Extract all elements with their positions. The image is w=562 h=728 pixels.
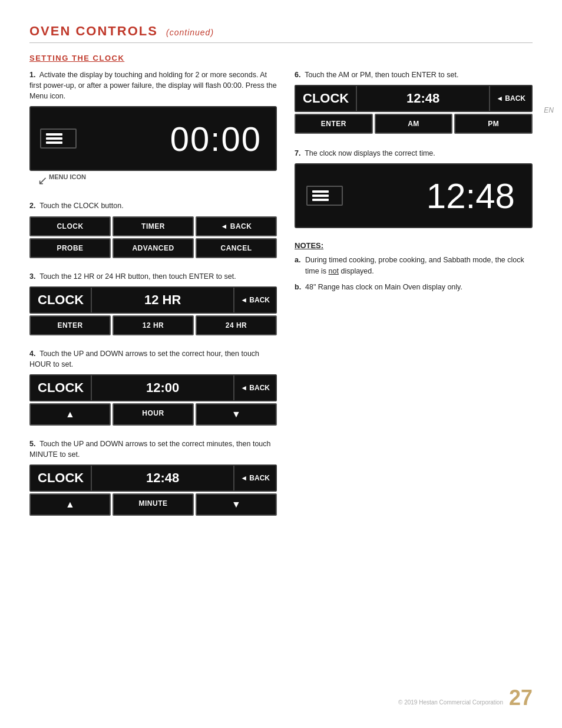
menu-icon-7 xyxy=(312,190,329,201)
step-2-text: 2. Touch the CLOCK button. xyxy=(29,200,277,211)
step2-buttons: CLOCK TIMER ◄ BACK PROBE ADVANCED CANCEL xyxy=(29,216,277,258)
step-4: 4. Touch the UP and DOWN arrows to set t… xyxy=(29,348,277,426)
step-3: 3. Touch the 12 HR or 24 HR button, then… xyxy=(29,271,277,335)
step6-clock-label: CLOCK xyxy=(296,86,357,111)
header-continued: (CONTINUED) xyxy=(166,28,214,37)
step1-time: 00:00 xyxy=(170,119,266,159)
step-1-text: 1. Activate the display by touching and … xyxy=(29,70,277,101)
page-number: 27 xyxy=(509,686,533,710)
left-column: 1. Activate the display by touching and … xyxy=(29,70,277,529)
menu-icon-box-7 xyxy=(306,186,343,206)
clock-btn[interactable]: CLOCK xyxy=(29,216,111,236)
step5-clock-value: 12:48 xyxy=(92,466,233,490)
step4-display: CLOCK 12:00 ◄ BACK xyxy=(29,374,277,401)
menu-line-3 xyxy=(46,141,62,144)
enter-btn-6[interactable]: ENTER xyxy=(295,114,373,134)
step4-clock-label: CLOCK xyxy=(31,375,92,400)
menu-line-7-2 xyxy=(312,195,329,197)
step1-display: 00:00 xyxy=(29,106,277,171)
down-arrow-5[interactable]: ▼ xyxy=(196,493,277,516)
step3-back[interactable]: ◄ BACK xyxy=(233,288,276,312)
step3-clock-value: 12 HR xyxy=(92,288,233,312)
step-1: 1. Activate the display by touching and … xyxy=(29,70,277,187)
arrow-symbol: ↙ xyxy=(38,173,48,187)
step5-row2: ▲ MINUTE ▼ xyxy=(29,493,277,516)
step7-display: 12:48 xyxy=(295,163,533,228)
step6-display: CLOCK 12:48 ◄ BACK xyxy=(295,85,533,112)
timer-btn[interactable]: TIMER xyxy=(113,216,194,236)
step4-clock-value: 12:00 xyxy=(92,375,233,400)
step3-display: CLOCK 12 HR ◄ BACK xyxy=(29,286,277,314)
content-columns: 1. Activate the display by touching and … xyxy=(29,70,533,529)
menu-line-1 xyxy=(46,133,62,136)
step5-back[interactable]: ◄ BACK xyxy=(233,466,276,490)
pm-btn[interactable]: PM xyxy=(454,114,533,134)
menu-line-7-1 xyxy=(312,190,329,193)
step-2: 2. Touch the CLOCK button. CLOCK TIMER ◄… xyxy=(29,200,277,258)
step6-back[interactable]: ◄ BACK xyxy=(489,86,531,111)
back-btn-2[interactable]: ◄ BACK xyxy=(196,216,277,236)
menu-icon xyxy=(46,133,62,144)
note-b: 48" Range has clock on Main Oven display… xyxy=(295,282,533,293)
step-5-text: 5. Touch the UP and DOWN arrows to set t… xyxy=(29,439,277,460)
en-label: EN xyxy=(544,106,554,114)
menu-line-2 xyxy=(46,137,62,140)
step-6: 6. Touch the AM or PM, then touch ENTER … xyxy=(295,70,533,134)
12hr-btn[interactable]: 12 HR xyxy=(113,315,194,335)
step3-row2: ENTER 12 HR 24 HR xyxy=(29,315,277,335)
up-arrow-4[interactable]: ▲ xyxy=(29,403,111,426)
step6-clock-value: 12:48 xyxy=(357,86,489,111)
step-5: 5. Touch the UP and DOWN arrows to set t… xyxy=(29,439,277,516)
probe-btn[interactable]: PROBE xyxy=(29,238,111,258)
step7-time: 12:48 xyxy=(427,176,521,216)
note-a: During timed cooking, probe cooking, and… xyxy=(295,255,533,277)
notes-title: NOTES: xyxy=(295,241,533,250)
step-4-text: 4. Touch the UP and DOWN arrows to set t… xyxy=(29,348,277,370)
advanced-btn[interactable]: ADVANCED xyxy=(113,238,194,258)
step-7-text: 7. The clock now displays the correct ti… xyxy=(295,148,533,159)
minute-btn[interactable]: MINUTE xyxy=(113,493,194,516)
am-btn[interactable]: AM xyxy=(375,114,453,134)
copyright: © 2019 Hestan Commercial Corporation xyxy=(398,699,503,706)
hour-btn[interactable]: HOUR xyxy=(113,403,194,426)
up-arrow-5[interactable]: ▲ xyxy=(29,493,111,516)
notes-list: During timed cooking, probe cooking, and… xyxy=(295,255,533,292)
menu-line-7-3 xyxy=(312,199,329,201)
header-title-orange: OVEN CONTROLS xyxy=(29,24,158,38)
enter-btn-3[interactable]: ENTER xyxy=(29,315,111,335)
step5-clock-label: CLOCK xyxy=(31,466,92,490)
menu-icon-label-area: ↙ MENU ICON xyxy=(38,173,277,187)
down-arrow-4[interactable]: ▼ xyxy=(196,403,277,426)
step-3-text: 3. Touch the 12 HR or 24 HR button, then… xyxy=(29,271,277,282)
notes-section: NOTES: During timed cooking, probe cooki… xyxy=(295,241,533,292)
cancel-btn[interactable]: CANCEL xyxy=(196,238,277,258)
section-title: SETTING THE CLOCK xyxy=(29,54,533,62)
24hr-btn[interactable]: 24 HR xyxy=(196,315,277,335)
step6-row2: ENTER AM PM xyxy=(295,114,533,134)
step4-row2: ▲ HOUR ▼ xyxy=(29,403,277,426)
menu-icon-box xyxy=(40,129,77,149)
step4-back[interactable]: ◄ BACK xyxy=(233,375,276,400)
step-6-text: 6. Touch the AM or PM, then touch ENTER … xyxy=(295,70,533,80)
page-header: OVEN CONTROLS (CONTINUED) xyxy=(29,24,533,43)
step5-display: CLOCK 12:48 ◄ BACK xyxy=(29,465,277,492)
step-7: 7. The clock now displays the correct ti… xyxy=(295,148,533,228)
menu-icon-label: MENU ICON xyxy=(49,173,86,180)
step3-clock-label: CLOCK xyxy=(31,288,92,312)
right-column: 6. Touch the AM or PM, then touch ENTER … xyxy=(295,70,533,529)
